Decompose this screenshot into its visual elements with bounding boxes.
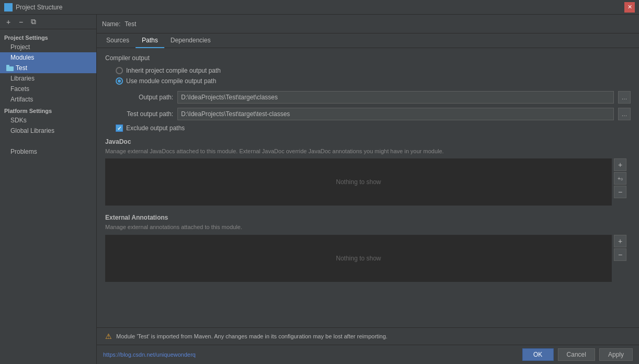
- title-bar-text: Project Structure: [16, 4, 62, 11]
- name-label: Name:: [102, 20, 120, 28]
- javadoc-desc: Manage external JavaDocs attached to thi…: [105, 147, 631, 155]
- help-link[interactable]: https://blog.csdn.net/uniquewonderq: [103, 351, 196, 358]
- close-button[interactable]: ✕: [624, 2, 635, 13]
- ext-annotations-add-button[interactable]: +: [614, 235, 626, 247]
- javadoc-add-button[interactable]: +: [614, 158, 626, 171]
- svg-rect-2: [6, 66, 14, 71]
- tab-dependencies[interactable]: Dependencies: [164, 33, 217, 48]
- output-path-browse-button[interactable]: …: [618, 91, 631, 104]
- app-icon: [4, 3, 13, 12]
- sidebar-item-sdks[interactable]: SDKs: [0, 115, 96, 126]
- copy-module-button[interactable]: ⧉: [28, 17, 39, 27]
- module-item-test[interactable]: Test: [0, 63, 96, 73]
- javadoc-panel-buttons: + +₀ −: [614, 158, 626, 198]
- sidebar-item-project[interactable]: Project: [0, 42, 96, 52]
- apply-button[interactable]: Apply: [599, 348, 633, 361]
- sidebar-item-label: SDKs: [10, 117, 27, 124]
- javadoc-add-from-icon: +₀: [618, 176, 623, 181]
- name-value: Test: [125, 20, 136, 28]
- name-bar: Name: Test: [97, 15, 639, 33]
- output-path-input[interactable]: [177, 91, 614, 104]
- sidebar-item-label: Facets: [10, 85, 29, 93]
- main-container: + − ⧉ Project Settings Project Modules: [0, 15, 639, 364]
- project-settings-header: Project Settings: [0, 31, 96, 42]
- radio-group: Inherit project compile output path Use …: [116, 67, 631, 85]
- warning-icon: ⚠: [105, 332, 112, 340]
- ext-annotations-panel: Nothing to show: [105, 235, 612, 282]
- sidebar-item-label: Problems: [10, 148, 37, 155]
- sidebar-item-global-libraries[interactable]: Global Libraries: [0, 126, 96, 136]
- warning-text: Module 'Test' is imported from Maven. An…: [116, 333, 387, 339]
- sidebar-item-problems[interactable]: Problems: [0, 146, 96, 157]
- sidebar-item-label: Project: [10, 43, 30, 51]
- module-icon: [6, 64, 14, 72]
- javadoc-add-from-button[interactable]: +₀: [614, 172, 626, 185]
- javadoc-remove-button[interactable]: −: [614, 186, 626, 198]
- warning-bar: ⚠ Module 'Test' is imported from Maven. …: [97, 327, 639, 345]
- add-module-button[interactable]: +: [3, 17, 14, 27]
- ext-annotations-panel-buttons: + −: [614, 235, 626, 261]
- javadoc-section: JavaDoc Manage external JavaDocs attache…: [105, 138, 631, 206]
- javadoc-panel: Nothing to show: [105, 158, 612, 206]
- sidebar: + − ⧉ Project Settings Project Modules: [0, 15, 97, 364]
- radio-use-module-circle[interactable]: [116, 77, 123, 85]
- exclude-checkbox[interactable]: [116, 124, 123, 132]
- title-bar: Project Structure ✕: [0, 0, 639, 15]
- content-scroll: Compiler output Inherit project compile …: [97, 48, 639, 327]
- tab-sources[interactable]: Sources: [100, 33, 136, 48]
- test-output-path-input[interactable]: [177, 108, 614, 120]
- radio-inherit-label: Inherit project compile output path: [126, 67, 221, 74]
- module-item-label: Test: [16, 64, 27, 72]
- ext-annotations-empty-label: Nothing to show: [336, 255, 381, 262]
- sidebar-toolbar: + − ⧉: [0, 15, 96, 29]
- sidebar-nav: Project Settings Project Modules Test Li…: [0, 29, 96, 364]
- test-output-path-label: Test output path:: [116, 110, 173, 118]
- ok-button[interactable]: OK: [522, 348, 554, 361]
- sidebar-item-libraries[interactable]: Libraries: [0, 73, 96, 84]
- svg-rect-3: [6, 65, 9, 67]
- sidebar-item-artifacts[interactable]: Artifacts: [0, 94, 96, 105]
- test-output-path-browse-button[interactable]: …: [618, 108, 631, 120]
- sidebar-item-modules[interactable]: Modules: [0, 52, 96, 63]
- svg-rect-1: [7, 6, 10, 9]
- javadoc-panel-wrapper: Nothing to show + +₀ −: [105, 158, 612, 206]
- compiler-output-title: Compiler output: [105, 54, 631, 62]
- javadoc-empty-label: Nothing to show: [336, 178, 381, 186]
- sidebar-item-label: Artifacts: [10, 96, 33, 103]
- platform-settings-header: Platform Settings: [0, 105, 96, 115]
- output-path-row: Output path: …: [116, 91, 631, 104]
- exclude-label: Exclude output paths: [126, 124, 185, 132]
- exclude-checkbox-row: Exclude output paths: [116, 124, 631, 132]
- sidebar-item-label: Global Libraries: [10, 127, 54, 134]
- bottom-bar: https://blog.csdn.net/uniquewonderq OK C…: [97, 345, 639, 364]
- tab-bar: Sources Paths Dependencies: [97, 33, 639, 48]
- external-annotations-title: External Annotations: [105, 214, 631, 221]
- external-annotations-desc: Manage external annotations attached to …: [105, 223, 631, 231]
- sidebar-item-facets[interactable]: Facets: [0, 84, 96, 94]
- sidebar-item-label: Libraries: [10, 75, 35, 82]
- external-annotations-section: External Annotations Manage external ann…: [105, 214, 631, 281]
- radio-inherit-circle[interactable]: [116, 67, 123, 74]
- ext-annotations-panel-wrapper: Nothing to show + −: [105, 235, 612, 282]
- radio-inherit[interactable]: Inherit project compile output path: [116, 67, 631, 74]
- sidebar-item-label: Modules: [10, 54, 34, 61]
- ext-annotations-remove-button[interactable]: −: [614, 248, 626, 261]
- javadoc-title: JavaDoc: [105, 138, 631, 145]
- remove-module-button[interactable]: −: [16, 17, 26, 27]
- cancel-button[interactable]: Cancel: [558, 348, 595, 361]
- output-path-label: Output path:: [116, 94, 173, 101]
- content-area: Name: Test Sources Paths Dependencies Co…: [97, 15, 639, 364]
- radio-use-module-label: Use module compile output path: [126, 77, 216, 85]
- test-output-path-row: Test output path: …: [116, 108, 631, 120]
- radio-use-module[interactable]: Use module compile output path: [116, 77, 631, 85]
- tab-paths[interactable]: Paths: [136, 33, 164, 48]
